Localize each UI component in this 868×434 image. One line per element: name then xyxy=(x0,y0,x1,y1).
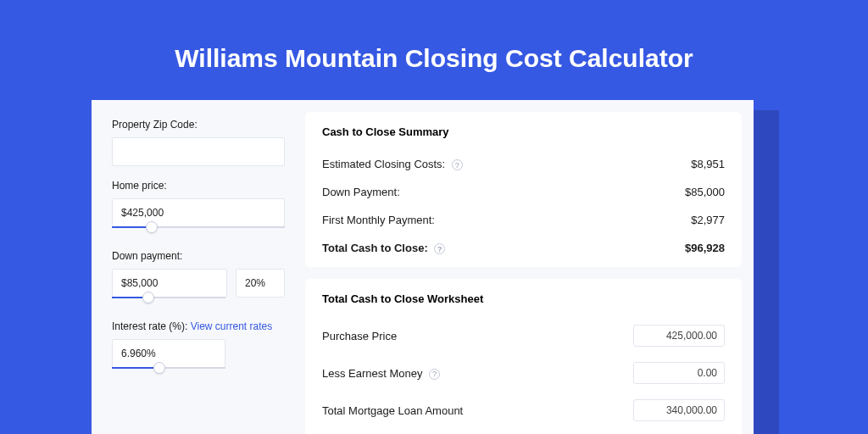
down-payment-pct-input[interactable] xyxy=(236,269,285,298)
interest-rate-slider[interactable] xyxy=(112,367,225,377)
summary-row-label: Estimated Closing Costs: xyxy=(322,158,445,170)
worksheet-row: Less Earnest Money ? xyxy=(322,354,725,392)
summary-row: Estimated Closing Costs: ? $8,951 xyxy=(322,150,725,178)
mortgage-loan-input[interactable] xyxy=(633,399,725,421)
down-payment-slider[interactable] xyxy=(112,297,225,307)
summary-total-row: Total Cash to Close: ? $96,928 xyxy=(322,234,725,262)
worksheet-row: Purchase Price xyxy=(322,317,725,354)
page-title: Williams Mountain Closing Cost Calculato… xyxy=(0,0,868,95)
summary-row-label: Down Payment: xyxy=(322,186,400,198)
field-interest-rate: Interest rate (%): View current rates xyxy=(112,320,285,377)
help-icon[interactable]: ? xyxy=(429,369,440,380)
summary-row-label: First Monthly Payment: xyxy=(322,214,435,226)
slider-thumb[interactable] xyxy=(146,221,158,233)
field-home-price: Home price: xyxy=(112,180,285,236)
worksheet-row: Total Mortgage Loan Amount xyxy=(322,392,725,429)
home-price-label: Home price: xyxy=(112,180,285,192)
earnest-money-input[interactable] xyxy=(633,362,725,384)
summary-row-value: $85,000 xyxy=(685,186,725,198)
field-zip: Property Zip Code: xyxy=(112,119,285,166)
help-icon[interactable]: ? xyxy=(452,159,463,170)
zip-input[interactable] xyxy=(112,137,285,166)
view-rates-link[interactable]: View current rates xyxy=(191,320,273,332)
results-main: Cash to Close Summary Estimated Closing … xyxy=(305,100,754,434)
worksheet-row-label: Total Mortgage Loan Amount xyxy=(322,404,463,417)
calculator-panel: Property Zip Code: Home price: Down paym… xyxy=(92,100,754,434)
worksheet-row: Total Second Mortgage Amount ? xyxy=(322,429,725,434)
summary-row-value: $8,951 xyxy=(691,158,725,170)
summary-row: Down Payment: $85,000 xyxy=(322,178,725,206)
summary-total-label: Total Cash to Close: xyxy=(322,242,428,254)
down-payment-label: Down payment: xyxy=(112,250,285,262)
interest-rate-label: Interest rate (%): View current rates xyxy=(112,320,285,332)
interest-rate-input[interactable] xyxy=(112,339,225,368)
worksheet-card: Total Cash to Close Worksheet Purchase P… xyxy=(305,279,742,434)
summary-card: Cash to Close Summary Estimated Closing … xyxy=(305,112,742,267)
inputs-sidebar: Property Zip Code: Home price: Down paym… xyxy=(92,100,305,434)
field-down-payment: Down payment: xyxy=(112,250,285,307)
home-price-input[interactable] xyxy=(112,198,285,227)
home-price-slider[interactable] xyxy=(112,226,285,236)
zip-label: Property Zip Code: xyxy=(112,119,285,131)
worksheet-row-label: Purchase Price xyxy=(322,330,397,342)
summary-total-value: $96,928 xyxy=(685,242,725,254)
purchase-price-input[interactable] xyxy=(633,325,725,347)
worksheet-row-label: Less Earnest Money xyxy=(322,367,423,380)
slider-thumb[interactable] xyxy=(153,362,165,374)
summary-row: First Monthly Payment: $2,977 xyxy=(322,206,725,234)
worksheet-title: Total Cash to Close Worksheet xyxy=(322,292,725,305)
help-icon[interactable]: ? xyxy=(434,243,445,254)
slider-thumb[interactable] xyxy=(142,292,154,303)
summary-row-value: $2,977 xyxy=(691,214,725,226)
down-payment-input[interactable] xyxy=(112,269,227,298)
summary-title: Cash to Close Summary xyxy=(322,125,725,138)
